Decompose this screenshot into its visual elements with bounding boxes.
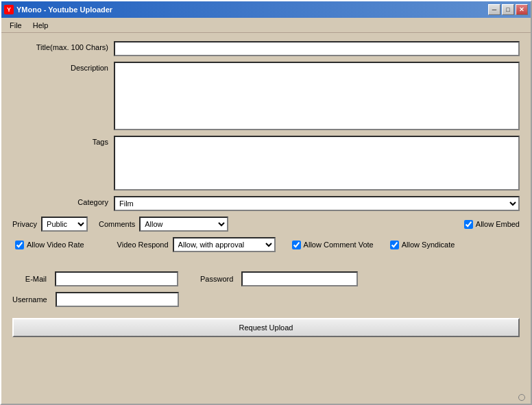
- titlebar: Y YMono - Youtube Uploader ─ □ ✕: [1, 1, 531, 18]
- email-label: E-Mail: [12, 275, 47, 283]
- allow-video-rate-checkbox[interactable]: [15, 241, 24, 249]
- password-input[interactable]: [241, 271, 358, 286]
- allow-video-rate-checkbox-label[interactable]: Allow Video Rate: [15, 241, 84, 249]
- titlebar-buttons: ─ □ ✕: [488, 4, 528, 15]
- category-row: Category Film Music Comedy Entertainment…: [12, 196, 520, 211]
- allow-embed-checkbox-label[interactable]: Allow Embed: [464, 220, 520, 229]
- username-row: Username: [12, 292, 520, 307]
- title-row: Title(max. 100 Chars): [12, 41, 520, 56]
- email-password-row: E-Mail Password: [12, 271, 520, 286]
- menu-file[interactable]: File: [4, 20, 27, 31]
- allow-comment-vote-checkbox-label[interactable]: Allow Comment Vote: [292, 241, 374, 249]
- separator: [12, 258, 520, 263]
- comments-select[interactable]: Allow Disallow Approve: [139, 217, 228, 232]
- allow-syndicate-checkbox-label[interactable]: Allow Syndicate: [390, 241, 455, 249]
- description-label: Description: [12, 62, 108, 72]
- privacy-block: Privacy Public Private Unlisted: [12, 217, 88, 232]
- main-window: Y YMono - Youtube Uploader ─ □ ✕ File He…: [0, 0, 532, 405]
- email-input[interactable]: [55, 271, 178, 286]
- privacy-label: Privacy: [12, 220, 37, 228]
- title-input[interactable]: [114, 41, 520, 56]
- maximize-button[interactable]: □: [502, 4, 514, 15]
- minimize-button[interactable]: ─: [488, 4, 500, 15]
- tags-label: Tags: [12, 136, 108, 146]
- app-icon: Y: [4, 5, 14, 14]
- options-row-2: Allow Video Rate Video Respond Allow, wi…: [15, 237, 520, 252]
- title-label: Title(max. 100 Chars): [12, 41, 108, 51]
- allow-video-rate-label: Allow Video Rate: [27, 241, 84, 249]
- username-input[interactable]: [56, 292, 179, 307]
- close-button[interactable]: ✕: [516, 4, 528, 15]
- window-title: YMono - Youtube Uploader: [16, 5, 112, 14]
- right-checkboxes-row1: Allow Embed: [464, 220, 520, 229]
- status-indicator: [518, 394, 525, 401]
- description-textarea[interactable]: [114, 62, 520, 130]
- status-area: [1, 391, 531, 404]
- video-respond-select[interactable]: Allow, with approval Allow Disallow: [173, 237, 276, 252]
- video-respond-label: Video Respond: [117, 241, 169, 249]
- allow-embed-checkbox[interactable]: [464, 220, 473, 229]
- allow-comment-vote-label: Allow Comment Vote: [304, 241, 374, 249]
- allow-comment-vote-checkbox[interactable]: [292, 241, 301, 249]
- tags-textarea[interactable]: [114, 136, 520, 191]
- password-label: Password: [200, 275, 233, 283]
- description-row: Description: [12, 62, 520, 130]
- titlebar-left: Y YMono - Youtube Uploader: [4, 5, 112, 14]
- menu-help[interactable]: Help: [27, 20, 54, 31]
- video-respond-block: Video Respond Allow, with approval Allow…: [117, 237, 276, 252]
- category-select[interactable]: Film Music Comedy Entertainment News & P…: [114, 196, 520, 211]
- comments-label: Comments: [99, 220, 135, 228]
- upload-btn-row: Request Upload: [12, 318, 520, 337]
- menubar: File Help: [1, 18, 531, 33]
- allow-syndicate-checkbox[interactable]: [390, 241, 399, 249]
- allow-embed-label: Allow Embed: [476, 220, 520, 228]
- form-content: Title(max. 100 Chars) Description Tags C…: [1, 33, 531, 391]
- category-label: Category: [12, 196, 108, 206]
- privacy-select[interactable]: Public Private Unlisted: [41, 217, 88, 232]
- tags-row: Tags: [12, 136, 520, 191]
- upload-button[interactable]: Request Upload: [12, 318, 520, 337]
- comments-block: Comments Allow Disallow Approve: [99, 217, 228, 232]
- username-label: Username: [12, 295, 47, 304]
- options-row-1: Privacy Public Private Unlisted Comments…: [12, 217, 520, 232]
- allow-syndicate-label: Allow Syndicate: [402, 241, 455, 249]
